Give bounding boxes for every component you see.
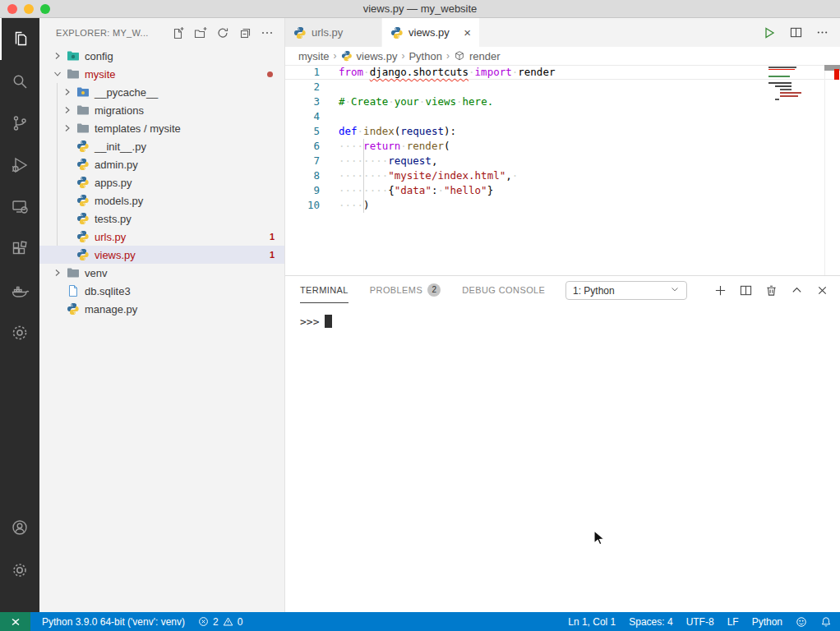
chevron-right-icon[interactable] <box>61 85 74 99</box>
new-file-icon[interactable] <box>171 25 186 40</box>
run-and-debug-icon[interactable] <box>0 144 39 186</box>
tree-item[interactable]: migrations <box>39 101 284 119</box>
refresh-icon[interactable] <box>215 25 230 40</box>
minimize-window-button[interactable] <box>24 4 34 14</box>
accounts-icon[interactable] <box>0 506 39 548</box>
close-panel-icon[interactable] <box>816 284 828 297</box>
split-terminal-icon[interactable] <box>740 284 752 297</box>
extension-icon[interactable] <box>0 311 39 353</box>
code-line[interactable]: 9········{"data":·"hello"} <box>285 183 840 198</box>
breadcrumb-item[interactable]: render <box>469 50 501 62</box>
errors-icon <box>198 616 209 627</box>
panel-tab-label: TERMINAL <box>300 285 348 295</box>
status-encoding[interactable]: UTF-8 <box>680 616 721 628</box>
activity-bar <box>0 18 39 612</box>
tree-item[interactable]: apps.py <box>39 173 284 191</box>
code-line[interactable]: 1from·django.shortcuts·import·render <box>285 65 840 80</box>
chevron-right-icon[interactable] <box>61 104 74 117</box>
maximize-panel-icon[interactable] <box>791 284 803 297</box>
terminal-select-dropdown[interactable]: 1: Python <box>565 281 687 300</box>
tab-label: urls.py <box>312 26 343 39</box>
tree-item-label: tests.py <box>95 213 132 225</box>
tree-item-label: models.py <box>95 195 143 207</box>
tree-item[interactable]: models.py <box>39 191 284 210</box>
code-line[interactable]: 6····return·render( <box>285 139 840 154</box>
tab-views-py[interactable]: views.py × <box>382 18 479 47</box>
code-line[interactable]: 5def·index(request): <box>285 124 840 139</box>
code-line[interactable]: 4 <box>285 109 840 124</box>
overview-ruler <box>824 65 825 275</box>
code-line[interactable]: 8········"mysite/index.html",· <box>285 168 840 183</box>
tree-item[interactable]: urls.py1 <box>39 228 284 246</box>
editor-tab-bar: urls.py views.py × <box>285 18 840 47</box>
collapse-folders-icon[interactable] <box>238 25 252 40</box>
run-python-file-icon[interactable] <box>763 26 776 39</box>
python-icon <box>67 302 80 316</box>
tree-item[interactable]: tests.py <box>39 210 284 228</box>
tree-item[interactable]: mysite <box>39 65 284 83</box>
status-indentation[interactable]: Spaces: 4 <box>622 616 679 628</box>
code-line[interactable]: 7········request, <box>285 154 840 168</box>
tree-item[interactable]: __init__.py <box>39 137 284 155</box>
tab-urls-py[interactable]: urls.py <box>285 18 382 47</box>
new-folder-icon[interactable] <box>193 25 208 40</box>
remote-indicator[interactable] <box>0 612 30 631</box>
code-line[interactable]: 10····) <box>285 198 840 213</box>
breadcrumb-item[interactable]: Python <box>408 50 441 62</box>
split-editor-icon[interactable] <box>790 26 802 39</box>
chevron-spacer <box>51 302 64 316</box>
folder-python-icon <box>76 85 90 99</box>
problems-status-item[interactable]: 2 0 <box>192 616 249 628</box>
breadcrumb-item[interactable]: mysite <box>298 50 330 62</box>
docker-icon[interactable] <box>0 269 39 311</box>
tree-item[interactable]: __pycache__ <box>39 83 284 101</box>
code-text: def·index(request): <box>320 124 456 139</box>
warning-count: 0 <box>238 616 243 628</box>
tree-item[interactable]: templates / mysite <box>39 119 284 137</box>
maximize-window-button[interactable] <box>40 4 50 14</box>
tree-item[interactable]: db.sqlite3 <box>39 282 284 300</box>
tree-item[interactable]: views.py1 <box>39 246 284 264</box>
kill-terminal-trash-icon[interactable] <box>765 284 778 297</box>
tree-item[interactable]: venv <box>39 264 284 282</box>
settings-gear-icon[interactable] <box>0 549 39 591</box>
status-cursor-position[interactable]: Ln 1, Col 1 <box>561 616 622 628</box>
notifications-bell-icon[interactable] <box>814 616 840 628</box>
chevron-right-icon[interactable] <box>51 49 64 62</box>
close-tab-icon[interactable]: × <box>464 26 471 39</box>
tree-item[interactable]: admin.py <box>39 155 284 173</box>
chevron-down-icon[interactable] <box>51 67 64 81</box>
search-icon[interactable] <box>0 60 39 102</box>
minimap[interactable] <box>768 65 826 109</box>
terminal-content[interactable]: >>> <box>285 303 840 328</box>
tree-item-label: urls.py <box>95 231 126 243</box>
panel-tab-problems[interactable]: PROBLEMS2 <box>370 276 441 303</box>
extensions-icon[interactable] <box>0 228 39 269</box>
more-editor-actions-icon[interactable] <box>816 26 828 39</box>
chevron-right-icon[interactable] <box>51 266 64 279</box>
more-actions-icon[interactable] <box>260 25 275 40</box>
remote-explorer-icon[interactable] <box>0 186 39 228</box>
tree-item[interactable]: config <box>39 47 284 65</box>
close-window-button[interactable] <box>7 4 17 14</box>
python-interpreter-item[interactable]: Python 3.9.0 64-bit ('venv': venv) <box>35 616 192 628</box>
status-eol[interactable]: LF <box>721 616 745 628</box>
breadcrumb-item[interactable]: views.py <box>357 50 398 62</box>
feedback-smiley-icon[interactable] <box>789 616 814 628</box>
chevron-right-icon[interactable] <box>61 122 74 135</box>
explorer-sidebar: EXPLORER: MY_W... configmysite__pycache_… <box>39 18 285 612</box>
explorer-icon[interactable] <box>0 18 39 60</box>
status-language-mode[interactable]: Python <box>745 616 789 628</box>
source-control-icon[interactable] <box>0 102 39 144</box>
code-editor[interactable]: 1from·django.shortcuts·import·render23#·… <box>285 65 840 275</box>
window-title: views.py — my_website <box>363 2 478 15</box>
new-terminal-icon[interactable] <box>714 284 727 297</box>
code-line[interactable]: 3#·Create·your·views·here. <box>285 94 840 109</box>
panel-tab-debug-console[interactable]: DEBUG CONSOLE <box>462 276 545 303</box>
explorer-title: EXPLORER: MY_W... <box>56 28 149 38</box>
code-line[interactable]: 2 <box>285 80 840 94</box>
terminal-select-value: 1: Python <box>573 285 615 297</box>
panel-tab-terminal[interactable]: TERMINAL <box>300 276 348 303</box>
tree-item[interactable]: manage.py <box>39 300 284 318</box>
code-text <box>320 109 339 124</box>
